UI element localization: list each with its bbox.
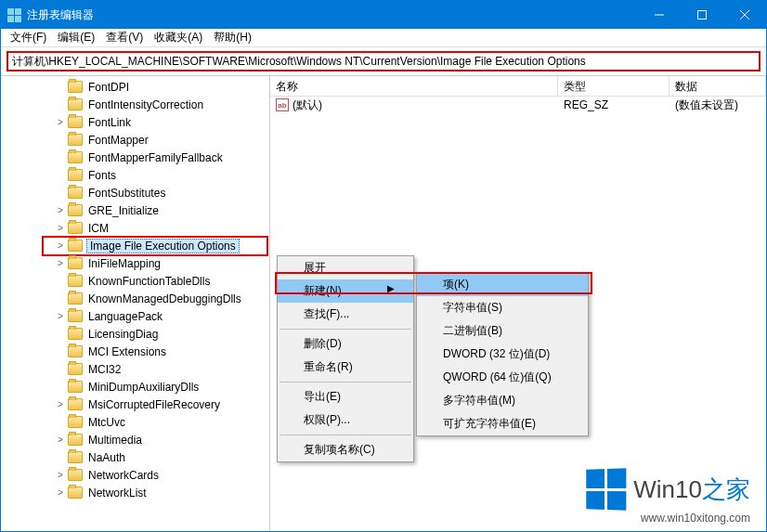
separator <box>280 329 411 330</box>
expander-icon[interactable]: > <box>55 435 66 445</box>
maximize-button[interactable] <box>681 1 723 29</box>
folder-icon <box>68 81 83 93</box>
cell-name: ab (默认) <box>270 97 558 113</box>
minimize-button[interactable] <box>638 1 681 29</box>
folder-icon <box>68 257 83 269</box>
tree-node[interactable]: KnownManagedDebuggingDlls <box>1 290 269 307</box>
tree-label: MiniDumpAuxiliaryDlls <box>86 381 201 394</box>
submenu-item[interactable]: QWORD (64 位)值(Q) <box>417 366 588 389</box>
context-menu-item[interactable]: 查找(F)... <box>278 303 413 326</box>
tree-node[interactable]: MCI Extensions <box>1 343 269 360</box>
cell-data: (数值未设置) <box>670 97 766 113</box>
tree-node[interactable]: KnownFunctionTableDlls <box>1 272 269 290</box>
folder-icon <box>68 487 83 499</box>
submenu-item[interactable]: 字符串值(S) <box>417 296 588 319</box>
tree-node[interactable]: FontMapper <box>1 131 269 149</box>
tree-node[interactable]: >GRE_Initialize <box>1 201 269 219</box>
window-title: 注册表编辑器 <box>27 7 638 23</box>
folder-icon <box>68 451 83 463</box>
expander-icon[interactable]: > <box>55 240 66 251</box>
separator <box>280 382 411 383</box>
tree-node[interactable]: >FontLink <box>1 113 269 131</box>
tree-node[interactable]: FontDPI <box>1 78 269 96</box>
context-menu-item[interactable]: 删除(D) <box>278 332 413 356</box>
tree-label: MCI Extensions <box>86 345 168 358</box>
tree-label: FontDPI <box>86 81 131 94</box>
tree-label: Multimedia <box>86 434 144 447</box>
context-menu-item[interactable]: 权限(P)... <box>278 409 413 432</box>
cell-type: REG_SZ <box>558 98 670 111</box>
submenu-item[interactable]: DWORD (32 位)值(D) <box>417 343 588 366</box>
expander-icon[interactable]: > <box>55 205 66 215</box>
context-menu-item[interactable]: 复制项名称(C) <box>278 438 413 461</box>
tree-node[interactable]: >NetworkList <box>1 484 269 501</box>
tree-node[interactable]: MtcUvc <box>1 413 269 431</box>
close-button[interactable] <box>723 1 766 29</box>
menu-label: 查找(F)... <box>304 306 349 322</box>
menu-view[interactable]: 查看(V) <box>100 28 149 47</box>
expander-icon[interactable]: > <box>55 223 66 233</box>
tree-node[interactable]: NaAuth <box>1 448 269 466</box>
submenu-item[interactable]: 项(K) <box>417 273 588 296</box>
tree-node[interactable]: >LanguagePack <box>1 307 269 325</box>
folder-icon <box>68 240 83 252</box>
addressbar-container: 计算机\HKEY_LOCAL_MACHINE\SOFTWARE\Microsof… <box>1 47 766 75</box>
expander-icon[interactable]: > <box>55 311 66 321</box>
folder-icon <box>68 151 83 163</box>
app-icon <box>6 7 21 22</box>
tree-label: KnownManagedDebuggingDlls <box>86 292 243 305</box>
tree-node[interactable]: FontSubstitutes <box>1 184 269 201</box>
folder-icon <box>68 434 83 446</box>
menu-file[interactable]: 文件(F) <box>5 28 52 47</box>
separator <box>280 435 411 435</box>
col-name[interactable]: 名称 <box>270 76 558 96</box>
menu-label: 导出(E) <box>304 389 341 405</box>
context-menu-item[interactable]: 导出(E) <box>278 385 413 409</box>
expander-icon[interactable]: > <box>55 258 66 268</box>
tree-node[interactable]: >IniFileMapping <box>1 254 269 272</box>
menu-favorites[interactable]: 收藏夹(A) <box>149 28 208 47</box>
tree-label: Image File Execution Options <box>86 239 240 253</box>
menu-edit[interactable]: 编辑(E) <box>52 28 100 47</box>
list-row[interactable]: ab (默认) REG_SZ (数值未设置) <box>270 97 766 113</box>
tree-node[interactable]: MiniDumpAuxiliaryDlls <box>1 378 269 396</box>
menu-help[interactable]: 帮助(H) <box>208 28 257 47</box>
col-type[interactable]: 类型 <box>558 76 670 96</box>
context-menu-item[interactable]: 新建(N)▶ <box>278 279 413 303</box>
tree-node[interactable]: Fonts <box>1 166 269 184</box>
submenu-item[interactable]: 多字符串值(M) <box>417 389 588 412</box>
tree-node[interactable]: >ICM <box>1 219 269 237</box>
expander-icon[interactable]: > <box>55 470 66 480</box>
tree-label: FontIntensityCorrection <box>86 98 205 111</box>
menu-label: 重命名(R) <box>304 359 353 375</box>
context-menu-item[interactable]: 展开 <box>278 256 413 279</box>
folder-icon <box>68 275 83 287</box>
tree-node[interactable]: MCI32 <box>1 360 269 378</box>
context-menu-item[interactable]: 重命名(R) <box>278 356 413 379</box>
folder-icon <box>68 345 83 357</box>
submenu-arrow-icon: ▶ <box>387 283 395 299</box>
tree-pane[interactable]: FontDPIFontIntensityCorrection>FontLinkF… <box>1 76 270 531</box>
folder-icon <box>68 416 83 428</box>
menu-label: 复制项名称(C) <box>304 442 375 458</box>
expander-icon[interactable]: > <box>55 399 66 409</box>
col-data[interactable]: 数据 <box>670 76 766 96</box>
tree-label: FontLink <box>86 116 133 129</box>
list-header: 名称 类型 数据 <box>270 76 766 97</box>
tree-node[interactable]: >Multimedia <box>1 431 269 448</box>
tree-node[interactable]: LicensingDiag <box>1 325 269 343</box>
tree-label: NetworkCards <box>86 469 161 482</box>
tree-node[interactable]: >Image File Execution Options <box>1 237 269 254</box>
address-input[interactable]: 计算机\HKEY_LOCAL_MACHINE\SOFTWARE\Microsof… <box>6 51 760 71</box>
tree-node[interactable]: FontMapperFamilyFallback <box>1 149 269 166</box>
tree-label: ICM <box>86 222 110 235</box>
expander-icon[interactable]: > <box>55 117 66 127</box>
svg-rect-1 <box>698 11 707 19</box>
tree-node[interactable]: >MsiCorruptedFileRecovery <box>1 396 269 413</box>
submenu-item[interactable]: 二进制值(B) <box>417 319 588 343</box>
tree-node[interactable]: >NetworkCards <box>1 466 269 484</box>
submenu-item[interactable]: 可扩充字符串值(E) <box>417 412 588 435</box>
expander-icon[interactable]: > <box>55 487 66 498</box>
folder-icon <box>68 187 83 199</box>
tree-node[interactable]: FontIntensityCorrection <box>1 96 269 113</box>
